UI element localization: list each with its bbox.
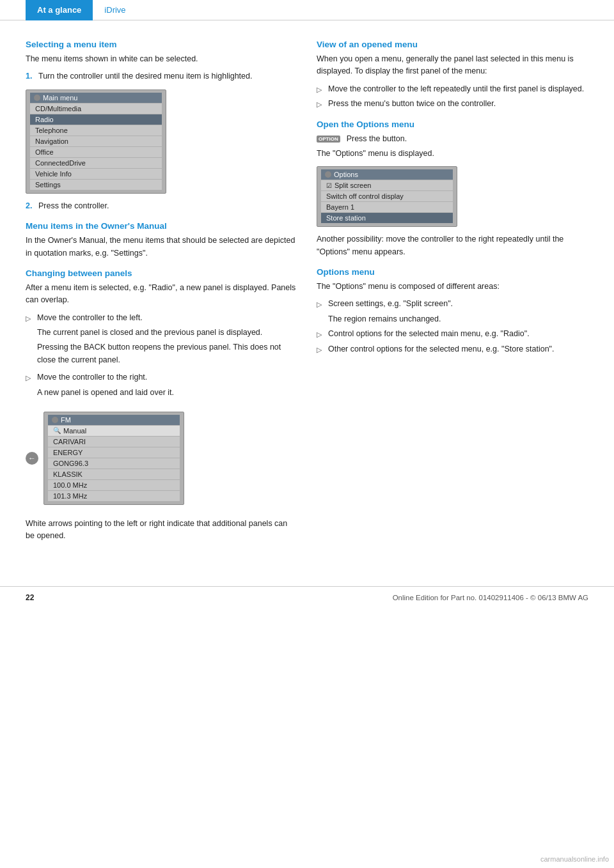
menu-icon — [34, 95, 40, 101]
view-opened-menu-text: When you open a menu, generally the pane… — [317, 53, 588, 78]
bullet-arrow-r1: ▷ — [317, 84, 323, 95]
bullet-move-left: ▷ Move the controller to the left repeat… — [317, 83, 588, 95]
section-owners-manual: Menu items in the Owner's Manual In the … — [26, 221, 297, 260]
opt-screen-text: Screen settings, e.g. "Split screen". — [328, 298, 588, 310]
bullet-right-sub1: A new panel is opened and laid over it. — [26, 387, 297, 399]
changing-panels-title: Changing between panels — [26, 268, 297, 278]
opt-screen-sub: The region remains unchanged. — [317, 313, 588, 325]
left-column: Selecting a menu item The menu items sho… — [26, 40, 297, 548]
menu-item-cdmultimedia: CD/Multimedia — [30, 104, 162, 114]
bullet-arrow-r2: ▷ — [317, 99, 323, 110]
fm-label: FM — [61, 416, 71, 424]
opt-other-text: Other control options for the selected m… — [328, 343, 588, 355]
options-item-switchoff: Switch off control display — [321, 191, 453, 201]
main-menu-mockup: Main menu CD/Multimedia Radio Telephone … — [26, 89, 166, 194]
bullet-arrow-2: ▷ — [26, 373, 32, 384]
bullet-arrow-1: ▷ — [26, 313, 32, 324]
press-button-text: Press the button. — [347, 133, 407, 145]
left-arrow-icon: ← — [26, 452, 38, 465]
fm-item-100mhz: 100.0 MHz — [48, 480, 180, 490]
section-selecting-intro: The menu items shown in white can be sel… — [26, 53, 297, 65]
options-displayed-text: The "Options" menu is displayed. — [317, 148, 588, 160]
search-icon-small: 🔍 — [53, 427, 61, 434]
step-1: 1. Turn the controller until the desired… — [26, 70, 297, 82]
options-label: Options — [334, 171, 358, 178]
fm-item-klassik: KLASSIK — [48, 469, 180, 479]
main-menu-titlebar: Main menu — [30, 93, 162, 103]
view-opened-menu-title: View of an opened menu — [317, 40, 588, 49]
another-possibility-text: Another possibility: move the controller… — [317, 233, 588, 258]
bullet-right-text: Move the controller to the right. — [37, 371, 297, 384]
options-menu-intro: The "Options" menu is composed of differ… — [317, 281, 588, 293]
section-selecting-title: Selecting a menu item — [26, 40, 297, 49]
page-number: 22 — [26, 593, 34, 602]
option-btn-row: OPTION Press the button. — [317, 133, 588, 145]
step-2-num: 2. — [26, 200, 35, 212]
opt-control-text: Control options for the selected main me… — [328, 328, 588, 340]
header-bar: At a glance iDrive — [0, 0, 614, 20]
bullet-move-left-text: Move the controller to the left repeated… — [328, 83, 588, 95]
bullet-press-button-text: Press the menu's button twice on the con… — [328, 98, 588, 110]
watermark: carmanualsonline.info — [540, 855, 609, 863]
step-1-text: Turn the controller until the desired me… — [38, 70, 252, 82]
options-screen-mockup: Options ☑ Split screen Switch off contro… — [317, 166, 457, 227]
step-1-num: 1. — [26, 70, 35, 82]
menu-item-office: Office — [30, 147, 162, 157]
fm-item-carivari: CARIVARI — [48, 437, 180, 447]
main-content: Selecting a menu item The menu items sho… — [0, 20, 614, 573]
menu-item-telephone: Telephone — [30, 125, 162, 136]
right-column: View of an opened menu When you open a m… — [317, 40, 588, 548]
fm-item-manual: 🔍 Manual — [48, 426, 180, 436]
section-options-menu: Options menu The "Options" menu is compo… — [317, 267, 588, 355]
options-item-bayern: Bayern 1 — [321, 202, 453, 212]
bullet-press-button: ▷ Press the menu's button twice on the c… — [317, 98, 588, 110]
menu-item-radio: Radio — [30, 114, 162, 125]
options-icon — [325, 171, 331, 178]
fm-item-energy: ENERGY — [48, 447, 180, 458]
owners-manual-text: In the Owner's Manual, the menu items th… — [26, 235, 297, 260]
opt-arrow-1: ▷ — [317, 299, 323, 310]
tab-at-a-glance[interactable]: At a glance — [26, 0, 93, 20]
menu-item-connecteddrive: ConnectedDrive — [30, 158, 162, 168]
bullet-left-sub1: The current panel is closed and the prev… — [26, 327, 297, 339]
tab-idrive[interactable]: iDrive — [93, 0, 137, 20]
section-open-options: Open the Options menu OPTION Press the b… — [317, 120, 588, 160]
step-2: 2. Press the controller. — [26, 200, 297, 212]
menu-item-settings: Settings — [30, 180, 162, 190]
fm-icon — [52, 417, 58, 423]
option-button-icon: OPTION — [317, 136, 340, 143]
fm-item-101mhz: 101.3 MHz — [48, 491, 180, 501]
fm-item-gong: GONG96.3 — [48, 458, 180, 469]
opt-arrow-2: ▷ — [317, 329, 323, 340]
bullet-left-sub2: Pressing the BACK button reopens the pre… — [26, 341, 297, 366]
opt-bullet-screen: ▷ Screen settings, e.g. "Split screen". — [317, 298, 588, 310]
fm-screen-mockup: FM 🔍 Manual CARIVARI ENERGY GONG96.3 KLA… — [43, 412, 184, 505]
footer-copyright: Online Edition for Part no. 01402911406 … — [393, 594, 588, 601]
fm-titlebar: FM — [48, 415, 180, 425]
main-menu-label: Main menu — [43, 94, 77, 102]
menu-item-navigation: Navigation — [30, 136, 162, 146]
options-item-store: Store station — [321, 213, 453, 223]
bullet-left: ▷ Move the controller to the left. — [26, 312, 297, 324]
checkbox-icon: ☑ — [326, 182, 332, 189]
caption-arrows: White arrows pointing to the left or rig… — [26, 518, 297, 543]
fm-mockup-wrapper: ← FM 🔍 Manual CARIVARI ENERGY GONG96.3 K… — [26, 405, 297, 511]
step-2-text: Press the controller. — [38, 200, 109, 212]
menu-item-vehicleinfo: Vehicle Info — [30, 169, 162, 179]
options-menu-title: Options menu — [317, 267, 588, 277]
opt-bullet-other: ▷ Other control options for the selected… — [317, 343, 588, 355]
opt-bullet-control: ▷ Control options for the selected main … — [317, 328, 588, 340]
changing-panels-intro: After a menu item is selected, e.g. "Rad… — [26, 282, 297, 307]
options-titlebar: Options — [321, 169, 453, 180]
options-item-splitscreen: ☑ Split screen — [321, 180, 453, 190]
owners-manual-title: Menu items in the Owner's Manual — [26, 221, 297, 231]
footer: 22 Online Edition for Part no. 014029114… — [0, 586, 614, 608]
section-changing-panels: Changing between panels After a menu ite… — [26, 268, 297, 399]
bullet-left-text: Move the controller to the left. — [37, 312, 297, 324]
bullet-right: ▷ Move the controller to the right. — [26, 371, 297, 384]
open-options-title: Open the Options menu — [317, 120, 588, 129]
opt-arrow-3: ▷ — [317, 345, 323, 355]
